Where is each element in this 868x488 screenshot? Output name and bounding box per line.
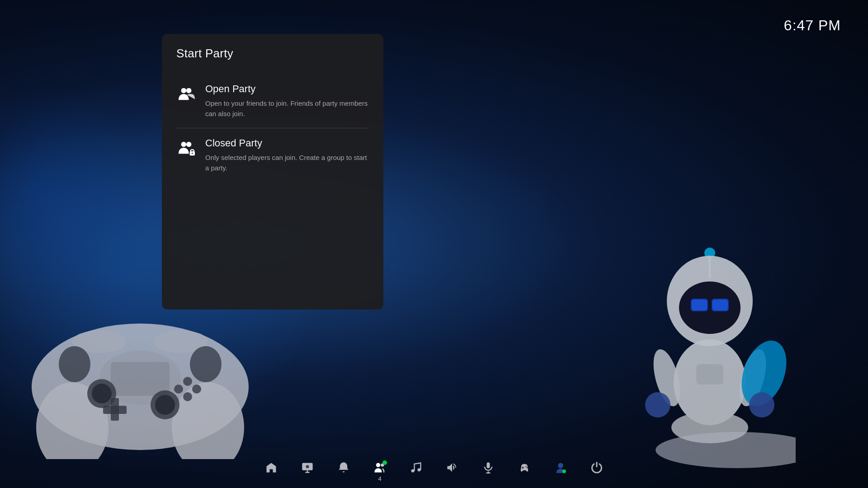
profile-online-dot [562, 469, 566, 473]
svg-point-37 [186, 88, 191, 93]
taskbar-media[interactable] [301, 461, 314, 474]
media-icon [301, 461, 314, 474]
taskbar-controller[interactable] [518, 461, 531, 474]
taskbar-notifications[interactable] [337, 461, 350, 474]
controller-icon [518, 461, 531, 474]
svg-point-44 [376, 463, 380, 467]
taskbar-power[interactable] [590, 461, 603, 474]
time-display: 6:47 PM [784, 17, 841, 34]
svg-rect-28 [696, 364, 723, 385]
start-party-panel: Start Party Open Party Open to your frie… [162, 34, 383, 310]
bell-icon [337, 461, 350, 474]
closed-party-option[interactable]: Closed Party Only selected players can j… [176, 128, 369, 182]
svg-point-33 [749, 392, 774, 418]
svg-point-13 [174, 385, 183, 394]
panel-title: Start Party [176, 47, 369, 61]
taskbar-mic[interactable] [482, 461, 495, 474]
svg-point-22 [679, 282, 741, 334]
svg-point-41 [192, 153, 193, 154]
svg-point-38 [181, 142, 186, 147]
svg-point-17 [59, 346, 90, 382]
svg-rect-48 [487, 462, 490, 468]
taskbar-home[interactable] [265, 461, 278, 474]
svg-point-47 [418, 468, 421, 471]
svg-point-54 [527, 467, 528, 468]
svg-point-18 [190, 346, 222, 382]
open-party-option[interactable]: Open Party Open to your friends to join.… [176, 74, 369, 128]
power-icon [590, 461, 603, 474]
music-icon [410, 461, 422, 474]
open-party-icon [176, 84, 196, 104]
closed-party-title: Closed Party [205, 137, 369, 149]
svg-point-36 [181, 88, 186, 93]
svg-point-32 [645, 392, 670, 418]
svg-point-43 [306, 465, 309, 468]
friends-online-badge [382, 460, 387, 465]
taskbar: 4 [0, 447, 868, 488]
friends-count-badge: 4 [378, 475, 381, 482]
closed-party-content: Closed Party Only selected players can j… [205, 137, 369, 173]
mic-icon [482, 461, 495, 474]
taskbar-profile[interactable] [554, 461, 567, 474]
svg-rect-12 [103, 406, 127, 414]
svg-point-15 [183, 392, 192, 401]
svg-rect-6 [111, 362, 170, 396]
taskbar-volume[interactable] [446, 461, 458, 474]
svg-point-16 [192, 385, 201, 394]
svg-point-10 [155, 395, 175, 415]
svg-point-39 [186, 142, 191, 147]
svg-rect-25 [692, 300, 707, 310]
astro-character [624, 242, 796, 470]
open-party-desc: Open to your friends to join. Friends of… [205, 99, 369, 119]
home-icon [265, 461, 278, 474]
svg-point-53 [525, 466, 526, 467]
svg-point-8 [92, 384, 112, 404]
open-party-content: Open Party Open to your friends to join.… [205, 83, 369, 119]
svg-rect-26 [712, 300, 728, 310]
closed-party-desc: Only selected players can join. Create a… [205, 153, 369, 173]
volume-icon [446, 461, 458, 474]
closed-party-icon [176, 138, 196, 158]
svg-point-46 [411, 469, 415, 473]
svg-point-55 [558, 463, 563, 469]
taskbar-music[interactable] [410, 461, 422, 474]
taskbar-friends[interactable]: 4 [373, 461, 386, 474]
open-party-title: Open Party [205, 83, 369, 95]
svg-point-14 [183, 377, 192, 386]
